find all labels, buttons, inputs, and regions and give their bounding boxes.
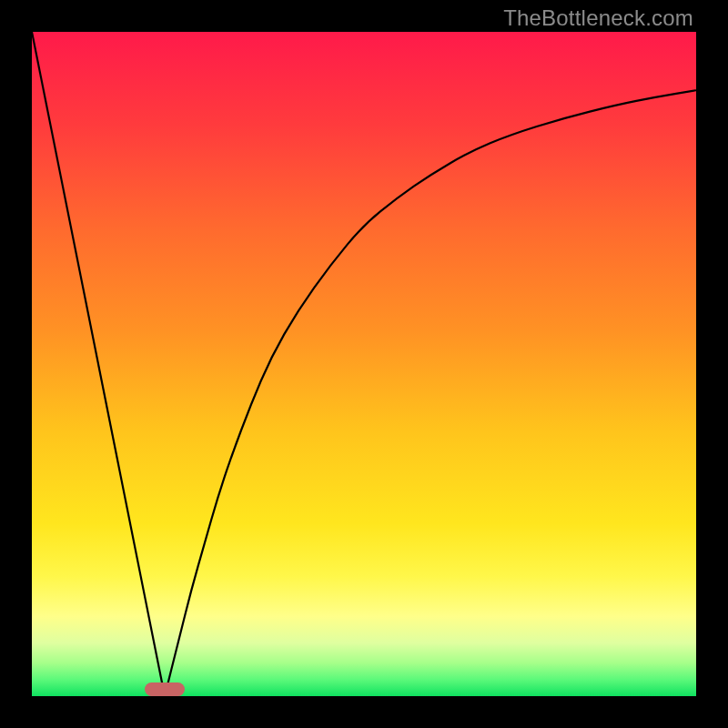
- watermark-text: TheBottleneck.com: [503, 5, 693, 31]
- curve-layer: [32, 32, 696, 696]
- chart-frame: TheBottleneck.com: [0, 0, 728, 728]
- plot-area: [32, 32, 696, 696]
- right-branch-curve: [165, 90, 696, 696]
- left-branch-line: [32, 32, 165, 696]
- optimum-marker: [145, 682, 185, 696]
